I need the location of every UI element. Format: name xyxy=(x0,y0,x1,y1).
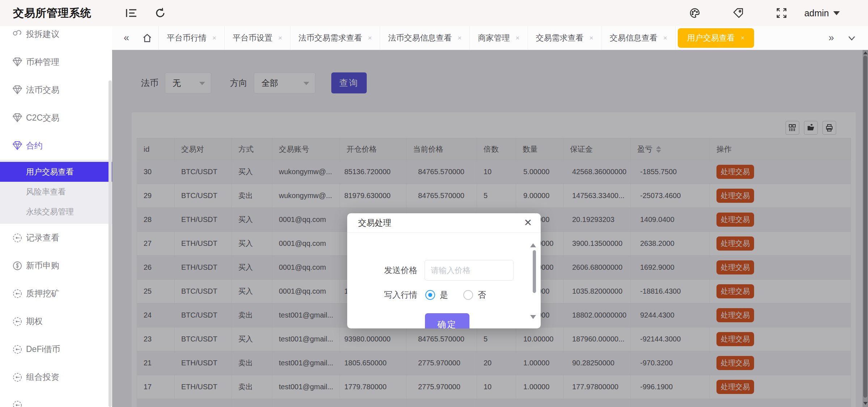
link-icon xyxy=(12,29,22,39)
modal-scroll-down-icon[interactable] xyxy=(530,319,536,326)
gem-icon xyxy=(12,57,22,67)
sidebar-item-label: 记录查看 xyxy=(26,232,59,243)
app-title: 交易所管理系统 xyxy=(0,6,112,21)
fullscreen-icon[interactable] xyxy=(773,5,790,21)
confirm-button[interactable]: 确定 xyxy=(425,313,469,328)
modal-scroll-up-icon[interactable] xyxy=(530,237,536,244)
dashed-circle-icon xyxy=(12,344,22,354)
dialog-title: 交易处理 xyxy=(347,217,391,228)
close-icon[interactable]: ✕ xyxy=(524,218,532,228)
radio-no-label: 否 xyxy=(478,289,486,301)
gem-icon xyxy=(12,113,22,123)
top-bar: 交易所管理系统 xyxy=(0,0,868,26)
tab-商家管理[interactable]: 商家管理× xyxy=(470,26,528,50)
trade-process-dialog: 交易处理 ✕ 发送价格 写入行情 是 否 确定 xyxy=(347,213,541,328)
gem-icon xyxy=(12,141,22,151)
contract-submenu: 用户交易查看风险率查看永续交易管理 xyxy=(0,160,112,224)
home-tab-icon[interactable] xyxy=(136,26,159,50)
collapse-sidebar-icon[interactable] xyxy=(123,5,140,21)
dashed-circle-icon xyxy=(12,372,22,382)
sidebar-item-label: DeFi借币 xyxy=(26,344,60,355)
dashed-circle-icon xyxy=(12,233,22,243)
radio-no[interactable] xyxy=(463,290,473,300)
tab-交易需求查看[interactable]: 交易需求查看× xyxy=(528,26,602,50)
tabs-scroll-left-icon[interactable]: « xyxy=(117,26,136,50)
sidebar-subitem-label: 永续交易管理 xyxy=(26,206,74,217)
tab-平台币行情[interactable]: 平台币行情× xyxy=(159,26,225,50)
tag-icon[interactable] xyxy=(730,5,746,21)
sidebar-subitem-label: 用户交易查看 xyxy=(26,167,74,177)
dashed-circle-icon xyxy=(12,316,22,327)
sidebar-item-合约[interactable]: 合约 xyxy=(0,132,112,160)
dollar-circle-icon xyxy=(12,261,22,271)
tab-label: 交易需求查看 xyxy=(536,33,584,43)
sidebar-item-partial[interactable] xyxy=(0,391,112,407)
sidebar-item-label: 新币申购 xyxy=(26,260,59,271)
tab-label: 法币交易需求查看 xyxy=(298,33,362,43)
radio-yes[interactable] xyxy=(425,290,435,300)
write-quote-label: 写入行情 xyxy=(347,289,417,301)
tab-close-icon[interactable]: × xyxy=(590,34,593,42)
tab-平台币设置[interactable]: 平台币设置× xyxy=(225,26,290,50)
tab-close-icon[interactable]: × xyxy=(663,34,667,42)
radio-yes-label: 是 xyxy=(440,289,448,301)
sidebar-item-label: 质押挖矿 xyxy=(26,288,59,299)
tab-close-icon[interactable]: × xyxy=(212,34,216,42)
tab-label: 交易信息查看 xyxy=(610,33,658,43)
sidebar-item-label: C2C交易 xyxy=(26,112,59,123)
send-price-label: 发送价格 xyxy=(347,265,417,276)
tab-label: 商家管理 xyxy=(478,33,510,43)
tab-法币交易需求查看[interactable]: 法币交易需求查看× xyxy=(290,26,380,50)
tab-交易信息查看[interactable]: 交易信息查看× xyxy=(602,26,676,50)
tabs-menu-icon[interactable] xyxy=(841,33,863,43)
sidebar-subitem-label: 风险率查看 xyxy=(26,186,66,197)
sidebar-item-label: 组合投资 xyxy=(26,372,59,383)
tab-label: 平台币行情 xyxy=(167,33,207,43)
chevron-down-icon xyxy=(833,11,840,15)
sidebar-item-label: 币种管理 xyxy=(26,56,59,68)
sidebar-item-质押挖矿[interactable]: 质押挖矿 xyxy=(0,280,112,307)
sidebar-subitem-风险率查看[interactable]: 风险率查看 xyxy=(0,182,112,202)
tab-label: 平台币设置 xyxy=(233,33,272,43)
sidebar-item-label: 期权 xyxy=(26,316,43,327)
sidebar-item-期权[interactable]: 期权 xyxy=(0,307,112,335)
sidebar-item-label: 合约 xyxy=(26,140,43,151)
tab-close-icon[interactable]: × xyxy=(368,34,372,42)
sidebar-item-C2C交易[interactable]: C2C交易 xyxy=(0,104,112,132)
tab-label: 法币交易信息查看 xyxy=(388,33,452,43)
tab-close-icon[interactable]: × xyxy=(515,34,519,42)
sidebar-item-记录查看[interactable]: 记录查看 xyxy=(0,224,112,252)
tab-label: 用户交易查看 xyxy=(687,33,735,43)
page-content: 法币 无 方向 全部 查询 xyxy=(112,50,868,407)
tab-close-icon[interactable]: × xyxy=(458,34,461,42)
sidebar: 投拆建议币种管理法币交易C2C交易合约用户交易查看风险率查看永续交易管理记录查看… xyxy=(0,26,112,407)
tab-bar: « 平台币行情×平台币设置×法币交易需求查看×法币交易信息查看×商家管理×交易需… xyxy=(112,26,868,50)
dashed-circle-icon xyxy=(12,289,22,299)
sidebar-item-法币交易[interactable]: 法币交易 xyxy=(0,76,112,104)
sidebar-item-新币申购[interactable]: 新币申购 xyxy=(0,252,112,280)
theme-palette-icon[interactable] xyxy=(686,5,703,21)
refresh-icon[interactable] xyxy=(152,5,169,21)
tab-法币交易信息查看[interactable]: 法币交易信息查看× xyxy=(380,26,470,50)
sidebar-scrollbar[interactable] xyxy=(109,80,112,407)
sidebar-subitem-用户交易查看[interactable]: 用户交易查看 xyxy=(0,162,112,182)
sidebar-item-币种管理[interactable]: 币种管理 xyxy=(0,48,112,76)
sidebar-item-label: 投拆建议 xyxy=(26,29,59,40)
tab-close-icon[interactable]: × xyxy=(278,34,282,42)
tab-用户交易查看[interactable]: 用户交易查看× xyxy=(678,28,754,48)
send-price-input[interactable] xyxy=(425,260,514,281)
sidebar-subitem-永续交易管理[interactable]: 永续交易管理 xyxy=(0,202,112,222)
dashed-circle-icon xyxy=(12,400,22,407)
sidebar-item-组合投资[interactable]: 组合投资 xyxy=(0,363,112,391)
username: admin xyxy=(804,8,829,18)
sidebar-item-投拆建议[interactable]: 投拆建议 xyxy=(0,26,112,48)
tabs-scroll-right-icon[interactable]: » xyxy=(822,32,841,43)
sidebar-item-label: 法币交易 xyxy=(26,84,59,96)
modal-scrollbar-thumb[interactable] xyxy=(533,250,536,293)
user-menu[interactable]: admin xyxy=(804,8,840,18)
sidebar-item-DeFi借币[interactable]: DeFi借币 xyxy=(0,335,112,363)
gem-icon xyxy=(12,85,22,95)
tab-close-icon[interactable]: × xyxy=(741,34,745,42)
